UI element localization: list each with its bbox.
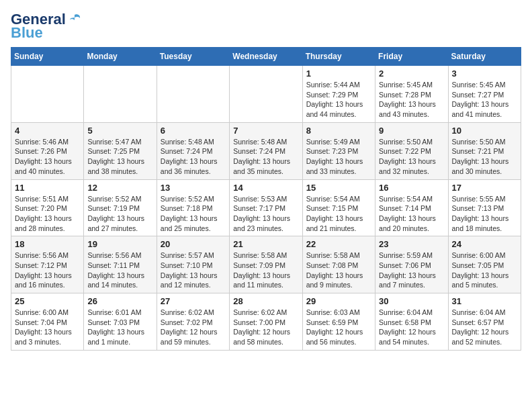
day-info: Sunrise: 5:54 AM Sunset: 7:14 PM Dayligh… xyxy=(379,194,444,234)
day-number: 8 xyxy=(306,126,371,136)
day-number: 6 xyxy=(161,126,226,136)
day-cell: 30Sunrise: 6:04 AM Sunset: 6:58 PM Dayli… xyxy=(375,293,448,351)
day-cell: 26Sunrise: 6:01 AM Sunset: 7:03 PM Dayli… xyxy=(84,293,157,351)
day-number: 3 xyxy=(452,68,517,79)
day-cell: 21Sunrise: 5:58 AM Sunset: 7:09 PM Dayli… xyxy=(230,236,302,293)
day-cell: 28Sunrise: 6:02 AM Sunset: 7:00 PM Dayli… xyxy=(230,293,302,351)
day-number: 25 xyxy=(15,296,80,306)
day-number: 19 xyxy=(87,239,152,249)
day-cell: 31Sunrise: 6:04 AM Sunset: 6:57 PM Dayli… xyxy=(448,293,521,351)
day-number: 29 xyxy=(306,296,371,306)
day-cell: 8Sunrise: 5:49 AM Sunset: 7:23 PM Daylig… xyxy=(302,122,375,179)
day-cell: 24Sunrise: 6:00 AM Sunset: 7:05 PM Dayli… xyxy=(448,236,521,293)
day-info: Sunrise: 5:46 AM Sunset: 7:26 PM Dayligh… xyxy=(15,137,80,177)
day-number: 5 xyxy=(87,126,152,136)
col-header-tuesday: Tuesday xyxy=(157,48,229,66)
day-info: Sunrise: 6:00 AM Sunset: 7:05 PM Dayligh… xyxy=(452,250,517,290)
day-cell: 14Sunrise: 5:53 AM Sunset: 7:17 PM Dayli… xyxy=(230,179,302,236)
day-info: Sunrise: 5:59 AM Sunset: 7:06 PM Dayligh… xyxy=(379,250,444,290)
day-number: 11 xyxy=(15,183,80,193)
day-cell: 7Sunrise: 5:48 AM Sunset: 7:24 PM Daylig… xyxy=(230,122,302,179)
day-info: Sunrise: 6:04 AM Sunset: 6:57 PM Dayligh… xyxy=(452,308,517,347)
day-number: 14 xyxy=(233,183,298,193)
day-cell: 27Sunrise: 6:02 AM Sunset: 7:02 PM Dayli… xyxy=(157,293,229,351)
day-cell xyxy=(157,66,229,123)
day-number: 10 xyxy=(452,126,517,136)
day-cell: 20Sunrise: 5:57 AM Sunset: 7:10 PM Dayli… xyxy=(157,236,229,293)
day-number: 26 xyxy=(87,296,152,306)
day-cell: 2Sunrise: 5:45 AM Sunset: 7:28 PM Daylig… xyxy=(375,66,448,123)
day-number: 2 xyxy=(379,68,444,79)
day-info: Sunrise: 6:02 AM Sunset: 7:00 PM Dayligh… xyxy=(233,308,298,347)
day-info: Sunrise: 5:56 AM Sunset: 7:11 PM Dayligh… xyxy=(87,250,152,290)
day-info: Sunrise: 5:45 AM Sunset: 7:28 PM Dayligh… xyxy=(379,80,444,120)
day-cell: 9Sunrise: 5:50 AM Sunset: 7:22 PM Daylig… xyxy=(375,122,448,179)
day-number: 21 xyxy=(233,239,298,249)
day-cell: 15Sunrise: 5:54 AM Sunset: 7:15 PM Dayli… xyxy=(302,179,375,236)
day-cell: 6Sunrise: 5:48 AM Sunset: 7:24 PM Daylig… xyxy=(157,122,229,179)
col-header-wednesday: Wednesday xyxy=(230,48,302,66)
day-number: 27 xyxy=(161,296,226,306)
day-number: 20 xyxy=(161,239,226,249)
day-number: 18 xyxy=(15,239,80,249)
day-number: 12 xyxy=(87,183,152,193)
day-cell xyxy=(84,66,157,123)
day-number: 7 xyxy=(233,126,298,136)
day-cell: 17Sunrise: 5:55 AM Sunset: 7:13 PM Dayli… xyxy=(448,179,521,236)
day-info: Sunrise: 5:53 AM Sunset: 7:17 PM Dayligh… xyxy=(233,194,298,234)
logo: General Blue xyxy=(11,11,82,40)
calendar-table: SundayMondayTuesdayWednesdayThursdayFrid… xyxy=(11,47,521,351)
day-cell: 1Sunrise: 5:44 AM Sunset: 7:29 PM Daylig… xyxy=(302,66,375,123)
day-cell: 22Sunrise: 5:58 AM Sunset: 7:08 PM Dayli… xyxy=(302,236,375,293)
day-info: Sunrise: 5:57 AM Sunset: 7:10 PM Dayligh… xyxy=(161,250,226,290)
day-cell: 4Sunrise: 5:46 AM Sunset: 7:26 PM Daylig… xyxy=(11,122,84,179)
day-cell: 23Sunrise: 5:59 AM Sunset: 7:06 PM Dayli… xyxy=(375,236,448,293)
day-info: Sunrise: 5:44 AM Sunset: 7:29 PM Dayligh… xyxy=(306,80,371,120)
day-number: 1 xyxy=(306,68,371,79)
day-info: Sunrise: 5:49 AM Sunset: 7:23 PM Dayligh… xyxy=(306,137,371,177)
day-info: Sunrise: 6:00 AM Sunset: 7:04 PM Dayligh… xyxy=(15,308,80,347)
day-info: Sunrise: 5:45 AM Sunset: 7:27 PM Dayligh… xyxy=(452,80,517,120)
week-row-4: 18Sunrise: 5:56 AM Sunset: 7:12 PM Dayli… xyxy=(11,236,521,293)
day-info: Sunrise: 5:52 AM Sunset: 7:19 PM Dayligh… xyxy=(87,194,152,234)
column-headers: SundayMondayTuesdayWednesdayThursdayFrid… xyxy=(11,48,521,66)
day-info: Sunrise: 5:58 AM Sunset: 7:09 PM Dayligh… xyxy=(233,250,298,290)
day-cell: 25Sunrise: 6:00 AM Sunset: 7:04 PM Dayli… xyxy=(11,293,84,351)
col-header-sunday: Sunday xyxy=(11,48,84,66)
day-number: 4 xyxy=(15,126,80,136)
day-number: 24 xyxy=(452,239,517,249)
day-number: 16 xyxy=(379,183,444,193)
logo-bird-icon xyxy=(67,12,82,27)
day-cell: 12Sunrise: 5:52 AM Sunset: 7:19 PM Dayli… xyxy=(84,179,157,236)
day-info: Sunrise: 5:58 AM Sunset: 7:08 PM Dayligh… xyxy=(306,250,371,290)
day-info: Sunrise: 6:02 AM Sunset: 7:02 PM Dayligh… xyxy=(161,308,226,347)
week-row-5: 25Sunrise: 6:00 AM Sunset: 7:04 PM Dayli… xyxy=(11,293,521,351)
day-number: 13 xyxy=(161,183,226,193)
day-number: 31 xyxy=(452,296,517,306)
page-header: General Blue xyxy=(11,11,521,40)
day-info: Sunrise: 5:56 AM Sunset: 7:12 PM Dayligh… xyxy=(15,250,80,290)
day-info: Sunrise: 5:55 AM Sunset: 7:13 PM Dayligh… xyxy=(452,194,517,234)
day-info: Sunrise: 5:47 AM Sunset: 7:25 PM Dayligh… xyxy=(87,137,152,177)
day-cell: 18Sunrise: 5:56 AM Sunset: 7:12 PM Dayli… xyxy=(11,236,84,293)
day-number: 23 xyxy=(379,239,444,249)
day-info: Sunrise: 6:03 AM Sunset: 6:59 PM Dayligh… xyxy=(306,308,371,347)
day-number: 9 xyxy=(379,126,444,136)
day-info: Sunrise: 6:01 AM Sunset: 7:03 PM Dayligh… xyxy=(87,308,152,347)
day-number: 30 xyxy=(379,296,444,306)
day-info: Sunrise: 5:52 AM Sunset: 7:18 PM Dayligh… xyxy=(161,194,226,234)
day-info: Sunrise: 5:54 AM Sunset: 7:15 PM Dayligh… xyxy=(306,194,371,234)
day-info: Sunrise: 5:48 AM Sunset: 7:24 PM Dayligh… xyxy=(233,137,298,177)
day-cell: 10Sunrise: 5:50 AM Sunset: 7:21 PM Dayli… xyxy=(448,122,521,179)
col-header-saturday: Saturday xyxy=(448,48,521,66)
day-cell: 29Sunrise: 6:03 AM Sunset: 6:59 PM Dayli… xyxy=(302,293,375,351)
day-cell: 19Sunrise: 5:56 AM Sunset: 7:11 PM Dayli… xyxy=(84,236,157,293)
day-info: Sunrise: 5:48 AM Sunset: 7:24 PM Dayligh… xyxy=(161,137,226,177)
day-cell: 11Sunrise: 5:51 AM Sunset: 7:20 PM Dayli… xyxy=(11,179,84,236)
col-header-thursday: Thursday xyxy=(302,48,375,66)
col-header-friday: Friday xyxy=(375,48,448,66)
day-info: Sunrise: 6:04 AM Sunset: 6:58 PM Dayligh… xyxy=(379,308,444,347)
day-number: 22 xyxy=(306,239,371,249)
day-cell: 16Sunrise: 5:54 AM Sunset: 7:14 PM Dayli… xyxy=(375,179,448,236)
week-row-2: 4Sunrise: 5:46 AM Sunset: 7:26 PM Daylig… xyxy=(11,122,521,179)
